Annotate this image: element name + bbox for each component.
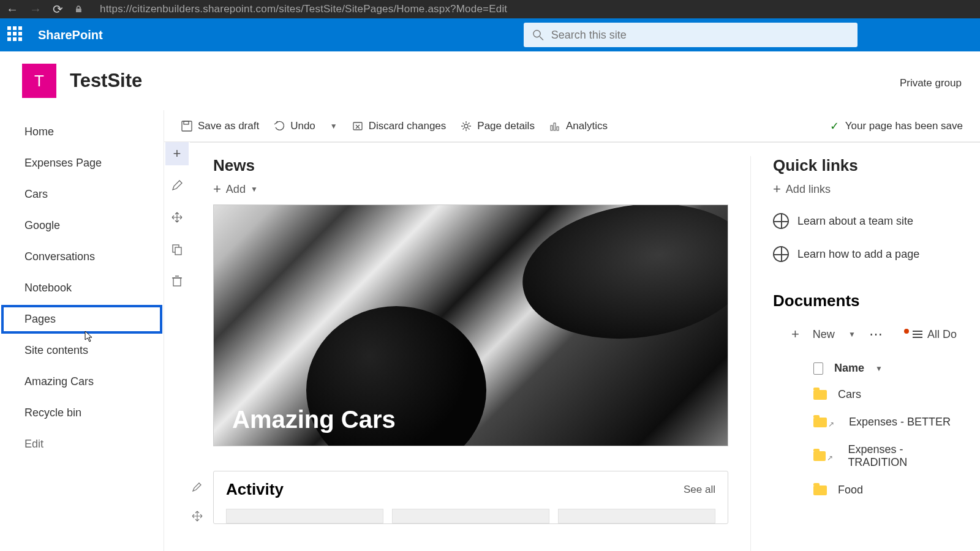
document-row[interactable]: Cars <box>773 381 957 408</box>
nav-cars[interactable]: Cars <box>0 179 164 210</box>
nav-site-contents[interactable]: Site contents <box>0 335 164 366</box>
app-launcher-icon[interactable] <box>7 26 24 43</box>
documents-view-label[interactable]: All Do <box>927 328 957 341</box>
forward-icon: → <box>29 2 42 17</box>
nav-notebook[interactable]: Notebook <box>0 272 164 304</box>
analytics-button[interactable]: Analytics <box>549 120 608 132</box>
lock-icon: 🔒︎ <box>74 4 83 14</box>
activity-card[interactable] <box>558 509 715 523</box>
move-webpart-icon[interactable] <box>187 506 208 527</box>
undo-label: Undo <box>290 120 315 132</box>
documents-column-header[interactable]: Name ▼ <box>773 356 957 381</box>
document-name: Cars <box>838 388 861 401</box>
news-add-button[interactable]: + Add ▼ <box>213 181 728 197</box>
link-overlay-icon: ↗ <box>827 454 833 462</box>
nav-recycle-bin[interactable]: Recycle bin <box>0 397 164 429</box>
reload-icon[interactable]: ⟳ <box>53 2 63 17</box>
suite-app-name[interactable]: SharePoint <box>38 28 103 42</box>
document-row[interactable]: ↗ Expenses - TRADITION <box>773 436 957 476</box>
address-bar[interactable]: https://citizenbuilders.sharepoint.com/s… <box>100 3 507 15</box>
svg-rect-6 <box>551 126 552 130</box>
discard-changes-button[interactable]: Discard changes <box>352 120 447 132</box>
site-title[interactable]: TestSite <box>70 70 142 92</box>
folder-icon <box>813 485 827 495</box>
analytics-label: Analytics <box>566 120 608 132</box>
gear-icon <box>461 121 472 132</box>
search-icon <box>532 29 544 41</box>
document-name: Food <box>838 484 863 497</box>
svg-point-5 <box>464 124 468 128</box>
folder-icon <box>813 418 827 427</box>
move-section-icon[interactable] <box>165 206 189 229</box>
svg-rect-3 <box>184 121 189 124</box>
file-type-icon <box>813 362 823 375</box>
folder-icon <box>813 451 826 461</box>
edit-webpart-icon[interactable] <box>187 476 208 497</box>
documents-heading: Documents <box>773 291 957 310</box>
folder-icon <box>813 390 827 400</box>
nav-amazing-cars[interactable]: Amazing Cars <box>0 366 164 397</box>
quick-link-item[interactable]: Learn how to add a page <box>773 238 957 271</box>
svg-point-0 <box>533 30 540 37</box>
search-box[interactable] <box>524 23 858 47</box>
news-heading: News <box>213 156 728 175</box>
site-group-type: Private group <box>900 77 962 89</box>
alert-dot-icon <box>904 329 909 334</box>
save-icon <box>181 121 192 132</box>
documents-new-button[interactable]: New <box>813 328 835 341</box>
quick-link-item[interactable]: Learn about a team site <box>773 204 957 238</box>
save-status: ✓ Your page has been save <box>830 119 963 133</box>
search-input[interactable] <box>551 29 849 42</box>
add-section-button[interactable]: + <box>165 142 189 165</box>
undo-button[interactable]: Undo <box>274 120 315 132</box>
document-row[interactable]: ↗ Expenses - BETTER <box>773 408 957 436</box>
view-list-icon[interactable] <box>913 331 922 338</box>
activity-webpart[interactable]: Activity See all <box>213 471 728 524</box>
svg-line-1 <box>540 37 543 40</box>
activity-card[interactable] <box>392 509 549 523</box>
news-hero-title: Amazing Cars <box>232 406 396 433</box>
section-toolbox: + <box>164 142 190 551</box>
nav-home[interactable]: Home <box>0 116 164 148</box>
column-divider <box>750 156 751 551</box>
quick-links-heading: Quick links <box>773 156 957 175</box>
analytics-icon <box>549 121 560 132</box>
save-as-draft-label: Save as draft <box>198 120 259 132</box>
check-icon: ✓ <box>830 119 839 133</box>
undo-dropdown-icon[interactable]: ▼ <box>330 122 337 130</box>
nav-pages[interactable]: Pages <box>0 304 164 335</box>
more-icon[interactable]: ⋯ <box>869 326 884 342</box>
svg-rect-10 <box>175 247 181 255</box>
activity-see-all[interactable]: See all <box>684 484 715 496</box>
discard-label: Discard changes <box>369 120 447 132</box>
site-logo[interactable]: T <box>22 64 56 98</box>
save-status-label: Your page has been save <box>845 120 963 132</box>
browser-chrome: ← → ⟳ 🔒︎ https://citizenbuilders.sharepo… <box>0 0 980 18</box>
duplicate-section-icon[interactable] <box>165 238 189 261</box>
activity-heading: Activity <box>226 480 284 499</box>
save-as-draft-button[interactable]: Save as draft <box>181 120 259 132</box>
suite-bar: SharePoint <box>0 18 980 51</box>
page-details-button[interactable]: Page details <box>461 120 535 132</box>
document-row[interactable]: Food <box>773 476 957 504</box>
left-nav: Home Expenses Page Cars Google Conversat… <box>0 110 164 551</box>
nav-google[interactable]: Google <box>0 210 164 241</box>
news-hero-card[interactable]: Amazing Cars <box>213 204 728 446</box>
plus-icon: + <box>773 181 781 197</box>
nav-conversations[interactable]: Conversations <box>0 241 164 272</box>
svg-rect-8 <box>557 127 559 130</box>
back-icon[interactable]: ← <box>6 2 18 17</box>
edit-section-icon[interactable] <box>165 174 189 197</box>
quick-links-add-button[interactable]: + Add links <box>773 181 957 197</box>
nav-edit[interactable]: Edit <box>0 429 164 460</box>
documents-col-name: Name <box>834 362 864 375</box>
plus-icon: + <box>791 326 799 342</box>
nav-pages-label: Pages <box>24 313 56 325</box>
nav-expenses-page[interactable]: Expenses Page <box>0 148 164 179</box>
chevron-down-icon[interactable]: ▼ <box>848 330 856 339</box>
delete-section-icon[interactable] <box>165 269 189 293</box>
activity-card[interactable] <box>226 509 383 523</box>
chevron-down-icon[interactable]: ▼ <box>875 364 883 373</box>
news-add-label: Add <box>226 183 246 196</box>
plus-icon: + <box>213 181 221 197</box>
